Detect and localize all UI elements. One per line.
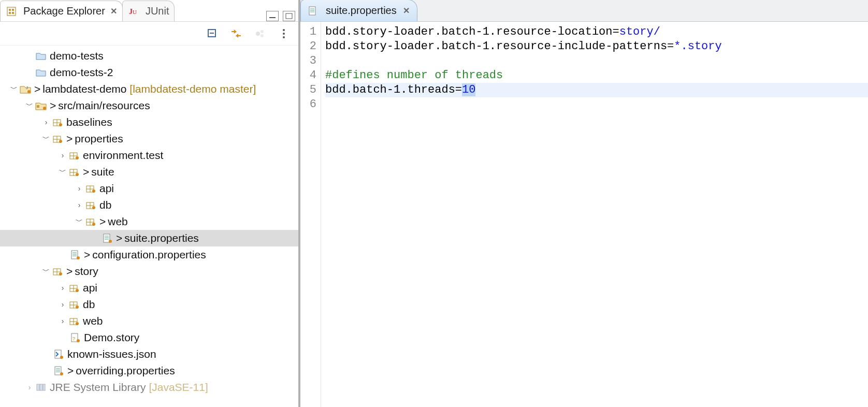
tree-label: properties: [75, 133, 123, 145]
tree-item-suite[interactable]: ﹀ > suite: [0, 164, 298, 180]
svg-point-23: [59, 123, 62, 126]
svg-point-15: [283, 36, 285, 38]
code-line[interactable]: bdd.story-loader.batch-1.resource-locati…: [325, 25, 868, 39]
tree-item-known-issues[interactable]: known-issues.json: [0, 346, 298, 362]
tree-item-demo-story[interactable]: ? Demo.story: [0, 329, 298, 346]
tree-item-suite-api[interactable]: › api: [0, 180, 298, 197]
svg-text:J: J: [26, 85, 28, 90]
tree-item-suite-properties[interactable]: > suite.properties: [0, 230, 298, 246]
chevron-right-icon[interactable]: ›: [74, 201, 85, 209]
tree-item-story-web[interactable]: › web: [0, 313, 298, 329]
chevron-right-icon[interactable]: ›: [57, 300, 68, 309]
chevron-right-icon[interactable]: ›: [57, 317, 68, 325]
tree-item-src-main-resources[interactable]: ﹀ > src/main/resources: [0, 97, 298, 114]
tree-label: environment.test: [83, 149, 163, 162]
maximize-view-button[interactable]: [283, 11, 295, 21]
tree-item-baselines[interactable]: › baselines: [0, 114, 298, 130]
tree-label: api: [83, 282, 97, 294]
properties-file-icon: [69, 249, 81, 260]
package-icon: [68, 150, 80, 161]
tree-item-overriding-properties[interactable]: > overriding.properties: [0, 362, 298, 379]
svg-point-57: [77, 256, 80, 259]
project-tree[interactable]: demo-tests demo-tests-2 ﹀ J > lambdatest…: [0, 46, 298, 407]
tree-item-suite-web[interactable]: ﹀ > web: [0, 213, 298, 230]
chevron-down-icon[interactable]: ﹀: [74, 217, 85, 226]
chevron-right-icon[interactable]: ›: [74, 184, 85, 193]
view-menu-button[interactable]: [277, 26, 291, 41]
view-window-controls: [266, 11, 298, 21]
svg-point-73: [76, 322, 79, 325]
tree-item-properties[interactable]: ﹀ > properties: [0, 130, 298, 147]
jre-decoration: [JavaSE-11]: [149, 381, 208, 394]
folder-closed-icon: [35, 67, 47, 78]
code-line[interactable]: #defines number of threads: [325, 68, 868, 83]
chevron-down-icon[interactable]: ﹀: [40, 267, 52, 276]
tree-item-suite-db[interactable]: › db: [0, 197, 298, 213]
code-content[interactable]: bdd.story-loader.batch-1.resource-locati…: [321, 22, 868, 407]
chevron-right-icon[interactable]: ›: [57, 151, 68, 159]
svg-point-69: [76, 306, 79, 309]
collapse-all-button[interactable]: [205, 26, 220, 41]
tree-item-story-api[interactable]: › api: [0, 280, 298, 296]
line-number: 6: [300, 97, 316, 112]
tree-label: story: [75, 265, 98, 278]
svg-point-47: [92, 223, 95, 226]
svg-rect-3: [9, 12, 11, 14]
chevron-right-icon[interactable]: ›: [24, 383, 35, 391]
chevron-right-icon[interactable]: ›: [57, 284, 68, 292]
svg-rect-7: [286, 13, 292, 19]
view-tabs: Package Explorer ✕ JU JUnit: [0, 0, 298, 22]
tree-item-story-db[interactable]: › db: [0, 296, 298, 313]
properties-file-icon: [53, 365, 64, 376]
line-number: 1: [300, 25, 316, 39]
svg-rect-6: [269, 17, 276, 18]
junit-icon: JU: [128, 6, 139, 17]
chevron-down-icon[interactable]: ﹀: [57, 167, 68, 177]
chevron-down-icon[interactable]: ﹀: [24, 101, 35, 110]
json-file-icon: [53, 348, 64, 360]
code-line-current[interactable]: bdd.batch-1.threads=10: [325, 83, 868, 97]
svg-rect-18: [37, 105, 39, 108]
tree-item-story[interactable]: ﹀ > story: [0, 263, 298, 280]
focus-button[interactable]: [253, 26, 267, 41]
tree-label: demo-tests: [50, 50, 104, 62]
tree-item-demo-tests[interactable]: demo-tests: [0, 48, 298, 64]
chevron-down-icon[interactable]: ﹀: [8, 84, 20, 94]
svg-point-11: [261, 30, 264, 33]
package-icon: [68, 299, 80, 310]
svg-point-10: [256, 32, 260, 36]
tree-item-demo-tests-2[interactable]: demo-tests-2: [0, 64, 298, 81]
chevron-down-icon[interactable]: ﹀: [40, 134, 52, 143]
properties-file-icon: [102, 232, 113, 244]
editor-tab-suite-properties[interactable]: suite.properties ✕: [300, 0, 417, 21]
text-editor[interactable]: 1 2 3 4 5 6 bdd.story-loader.batch-1.res…: [300, 22, 868, 407]
tab-junit[interactable]: JU JUnit: [122, 1, 175, 21]
tree-label: configuration.properties: [92, 249, 206, 261]
svg-point-43: [92, 206, 95, 209]
close-icon[interactable]: ✕: [110, 6, 117, 16]
editor-tabs: suite.properties ✕: [300, 0, 868, 22]
minimize-view-button[interactable]: [266, 11, 279, 21]
close-icon[interactable]: ✕: [403, 6, 410, 16]
tree-item-lambdatest-demo[interactable]: ﹀ J > lambdatest-demo [lambdatest-demo m…: [0, 81, 298, 97]
git-branch-decoration: [lambdatest-demo master]: [129, 83, 256, 95]
code-line[interactable]: bdd.story-loader.batch-1.resource-includ…: [325, 39, 868, 54]
tree-label: api: [99, 182, 114, 195]
tab-label: JUnit: [146, 5, 169, 17]
tree-item-configuration-properties[interactable]: > configuration.properties: [0, 246, 298, 263]
svg-text:JU: JU: [129, 8, 137, 16]
svg-point-76: [77, 339, 80, 342]
tree-item-environment-test[interactable]: › environment.test: [0, 147, 298, 164]
link-with-editor-button[interactable]: [229, 26, 243, 41]
svg-rect-2: [12, 9, 14, 11]
tab-package-explorer[interactable]: Package Explorer ✕: [0, 1, 123, 21]
code-line[interactable]: [325, 97, 868, 112]
chevron-right-icon[interactable]: ›: [40, 118, 52, 126]
tree-label: web: [83, 315, 103, 327]
svg-point-19: [43, 107, 46, 110]
svg-rect-1: [9, 9, 11, 11]
tree-item-jre-library[interactable]: › JRE System Library [JavaSE-11]: [0, 379, 298, 396]
tree-label: src/main/resources: [58, 99, 150, 112]
code-line[interactable]: [325, 54, 868, 68]
svg-point-83: [60, 372, 63, 375]
